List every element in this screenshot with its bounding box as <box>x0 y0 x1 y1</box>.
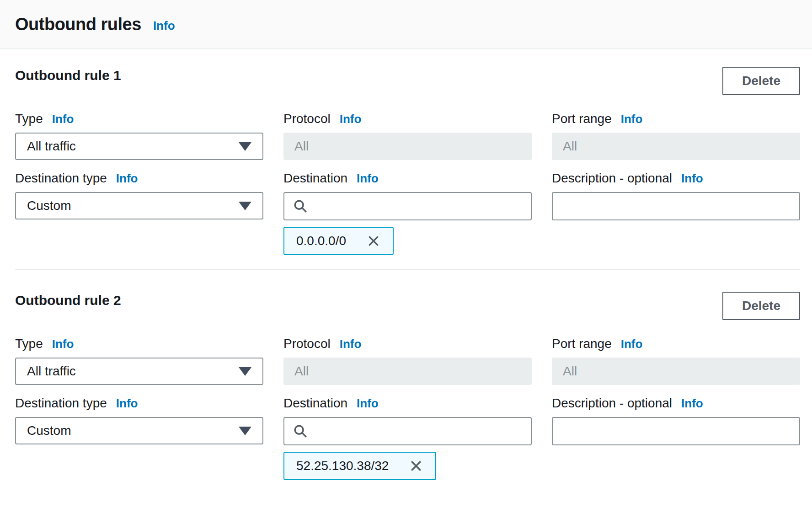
port-range-info-link[interactable]: Info <box>621 112 643 125</box>
outbound-rule-2-section: Outbound rule 2 Delete Type Info All tra… <box>15 292 800 480</box>
type-label: Type <box>15 112 43 125</box>
type-select-value: All traffic <box>27 139 76 154</box>
port-range-field-value: All <box>563 139 577 154</box>
port-range-label: Port range <box>552 337 612 350</box>
rule-2-destination-type-select[interactable]: Custom <box>15 417 263 444</box>
rule-2-heading: Outbound rule 2 <box>15 293 121 308</box>
type-select-value: All traffic <box>27 364 76 379</box>
remove-destination-button[interactable] <box>366 234 381 248</box>
protocol-info-link[interactable]: Info <box>340 337 362 350</box>
search-icon <box>293 423 308 439</box>
protocol-field-value: All <box>294 139 309 154</box>
outbound-rules-header: Outbound rules Info <box>0 0 812 49</box>
close-icon <box>409 459 423 473</box>
description-info-link[interactable]: Info <box>681 397 703 410</box>
destination-type-label: Destination type <box>15 172 107 185</box>
rule-2-port-range-field: All <box>552 358 800 385</box>
rule-1-destination-tags: 0.0.0.0/0 <box>283 220 532 255</box>
rule-1-description-group: Description - optional Info <box>552 160 800 220</box>
rule-1-port-range-group: Port range Info All <box>552 112 800 160</box>
rule-2-port-range-group: Port range Info All <box>552 337 800 385</box>
destination-label: Destination <box>283 172 347 185</box>
rule-1-type-select[interactable]: All traffic <box>15 133 263 160</box>
destination-type-label: Destination type <box>15 397 107 410</box>
rule-2-description-input[interactable] <box>552 417 800 445</box>
destination-type-select-value: Custom <box>27 423 71 438</box>
rule-2-description-group: Description - optional Info <box>552 385 800 445</box>
rule-2-type-group: Type Info All traffic <box>15 337 263 385</box>
rule-2-destination-group: Destination Info <box>283 385 532 445</box>
destination-tag-value: 52.25.130.38/32 <box>296 459 389 473</box>
rule-1-port-range-field: All <box>552 133 800 160</box>
destination-tag-value: 0.0.0.0/0 <box>296 234 346 248</box>
destination-search-input[interactable] <box>315 199 523 214</box>
destination-tag: 0.0.0.0/0 <box>283 227 394 255</box>
rule-2-delete-button[interactable]: Delete <box>722 292 800 320</box>
destination-tag: 52.25.130.38/32 <box>283 452 436 480</box>
protocol-info-link[interactable]: Info <box>340 112 362 125</box>
destination-info-link[interactable]: Info <box>357 172 379 185</box>
remove-destination-button[interactable] <box>409 459 423 473</box>
rule-2-destination-type-group: Destination type Info Custom <box>15 385 263 445</box>
type-info-link[interactable]: Info <box>52 337 74 350</box>
page-title: Outbound rules <box>15 15 141 34</box>
destination-search-input[interactable] <box>315 424 523 438</box>
protocol-label: Protocol <box>283 112 331 125</box>
rule-2-protocol-group: Protocol Info All <box>283 337 532 385</box>
chevron-down-icon <box>239 142 251 151</box>
chevron-down-icon <box>239 367 251 376</box>
destination-label: Destination <box>283 397 347 410</box>
rule-1-destination-group: Destination Info <box>283 160 532 220</box>
port-range-field-value: All <box>563 364 577 379</box>
port-range-info-link[interactable]: Info <box>621 337 643 350</box>
rule-2-protocol-field: All <box>283 358 532 385</box>
description-label: Description - optional <box>552 397 672 410</box>
rule-1-type-group: Type Info All traffic <box>15 112 263 160</box>
port-range-label: Port range <box>552 112 612 125</box>
chevron-down-icon <box>239 202 251 210</box>
destination-type-select-value: Custom <box>27 198 71 213</box>
rule-1-protocol-field: All <box>283 133 532 160</box>
outbound-rules-info-link[interactable]: Info <box>153 19 175 33</box>
rule-1-protocol-group: Protocol Info All <box>283 112 532 160</box>
outbound-rules-content: Outbound rule 1 Delete Type Info All tra… <box>0 67 812 480</box>
rule-1-destination-type-group: Destination type Info Custom <box>15 160 263 220</box>
destination-type-info-link[interactable]: Info <box>116 397 138 410</box>
destination-info-link[interactable]: Info <box>357 397 379 410</box>
rule-1-description-input[interactable] <box>552 192 800 220</box>
description-label: Description - optional <box>552 172 672 185</box>
rule-1-delete-button[interactable]: Delete <box>722 67 800 95</box>
rule-2-destination-search[interactable] <box>283 417 532 445</box>
rule-1-destination-search[interactable] <box>283 192 532 220</box>
close-icon <box>366 234 381 248</box>
type-label: Type <box>15 337 43 350</box>
rule-2-type-select[interactable]: All traffic <box>15 358 263 385</box>
description-info-link[interactable]: Info <box>681 172 703 185</box>
rule-1-heading: Outbound rule 1 <box>15 68 121 83</box>
type-info-link[interactable]: Info <box>52 112 74 125</box>
rule-2-destination-tags: 52.25.130.38/32 <box>283 445 532 480</box>
outbound-rule-1-section: Outbound rule 1 Delete Type Info All tra… <box>15 67 800 255</box>
chevron-down-icon <box>239 427 251 435</box>
destination-type-info-link[interactable]: Info <box>116 172 138 185</box>
protocol-label: Protocol <box>283 337 331 350</box>
protocol-field-value: All <box>294 364 309 379</box>
rule-1-destination-type-select[interactable]: Custom <box>15 192 263 219</box>
search-icon <box>293 198 308 214</box>
